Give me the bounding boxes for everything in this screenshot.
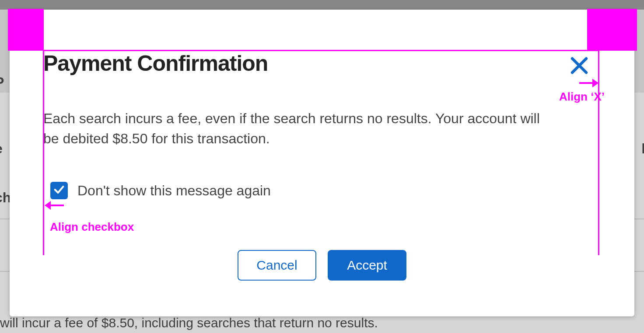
modal-button-row: Cancel Accept	[10, 250, 634, 281]
annotation-label-align-x: Align ‘X’	[559, 90, 605, 104]
annotation-label-align-checkbox: Align checkbox	[50, 220, 134, 234]
annotation-arrow-left	[45, 201, 64, 210]
cancel-button[interactable]: Cancel	[238, 250, 316, 281]
annotation-block	[8, 9, 44, 51]
close-button[interactable]	[569, 55, 590, 76]
checkmark-icon	[53, 184, 65, 198]
annotation-line	[43, 51, 44, 255]
modal-body-text: Each search incurs a fee, even if the se…	[43, 108, 542, 149]
accept-button-label: Accept	[347, 258, 387, 273]
cancel-button-label: Cancel	[256, 258, 297, 273]
annotation-arrow-right	[579, 79, 598, 87]
payment-confirmation-modal: Align ‘X’ Align checkbox Payment Confirm…	[10, 10, 634, 316]
modal-title: Payment Confirmation	[43, 51, 268, 76]
close-icon	[569, 70, 590, 77]
dont-show-again-row: Don't show this message again	[50, 182, 271, 199]
dont-show-again-label: Don't show this message again	[77, 183, 271, 199]
accept-button[interactable]: Accept	[328, 250, 406, 281]
annotation-block	[587, 9, 637, 51]
dont-show-again-checkbox[interactable]	[50, 182, 68, 199]
